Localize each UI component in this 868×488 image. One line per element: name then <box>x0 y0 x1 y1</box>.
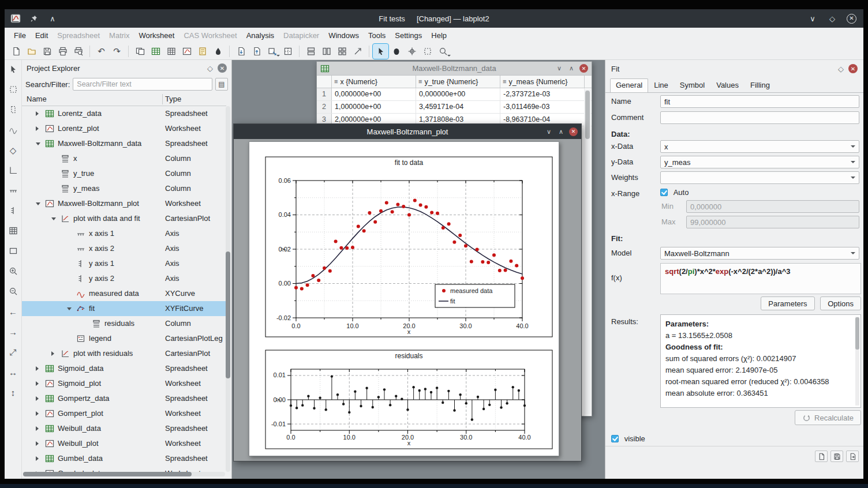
maximize-diamond-icon[interactable]: ◇ <box>827 13 837 24</box>
tab-general[interactable]: General <box>610 78 648 92</box>
tree-vertical-scrollbar[interactable] <box>226 106 230 472</box>
tree-item-x-axis-1[interactable]: x axis 1Axis <box>22 226 226 241</box>
expander-open-icon[interactable] <box>36 142 40 145</box>
undo-icon[interactable]: ↶ <box>93 44 109 59</box>
axis-y-tool-icon[interactable] <box>7 205 20 216</box>
zoom-select-x-icon[interactable] <box>7 104 20 115</box>
axis-tool-icon[interactable] <box>7 164 20 176</box>
filter-options-icon[interactable]: ▤ <box>215 78 228 91</box>
tree-item-legend[interactable]: legendCartesianPlotLegend <box>22 331 226 346</box>
spreadsheet-table[interactable]: ≡x {Numeric}≡y_true {Numeric}≡y_meas {Nu… <box>317 76 592 126</box>
redo-icon[interactable]: ↷ <box>109 44 125 59</box>
shape-tool-icon[interactable]: ◇ <box>7 144 20 156</box>
cell[interactable]: 0,000000e+00 <box>416 88 500 100</box>
menu-windows[interactable]: Windows <box>324 29 364 42</box>
auto-scale-x-tool-icon[interactable]: ↔ <box>7 366 20 378</box>
open-project-icon[interactable] <box>24 44 39 59</box>
zoom-mode-icon[interactable] <box>435 44 451 59</box>
tree-item-gompert-plot[interactable]: Gompert_plotWorksheet <box>22 406 226 421</box>
apply-template-icon[interactable] <box>846 451 859 462</box>
expander-closed-icon[interactable] <box>36 441 39 446</box>
worksheet-window[interactable]: Maxwell-Boltzmann_plot ∨ ∧ ✕ fit to data… <box>233 123 582 461</box>
menu-settings[interactable]: Settings <box>390 29 426 42</box>
print-preview-icon[interactable] <box>70 44 86 59</box>
visible-checkbox[interactable] <box>611 435 619 442</box>
menu-tools[interactable]: Tools <box>364 29 390 42</box>
tree-item-lorentz-plot[interactable]: Lorentz_plotWorksheet <box>22 121 226 136</box>
save-project-icon[interactable] <box>39 44 55 59</box>
expander-closed-icon[interactable] <box>36 366 39 371</box>
zoom-in-tool-icon[interactable] <box>7 265 20 277</box>
menu-analysis[interactable]: Analysis <box>242 29 279 42</box>
tree-item-gompertz-data[interactable]: Gompertz_dataSpreadsheet <box>22 391 226 406</box>
new-note-icon[interactable] <box>194 44 210 59</box>
grid-tool-icon[interactable] <box>7 225 20 237</box>
expander-closed-icon[interactable] <box>36 126 39 131</box>
tree-item-plot-with-data-and-fit[interactable]: plot with data and fitCartesianPlot <box>22 211 226 226</box>
new-project-icon[interactable] <box>8 44 24 59</box>
tree-item-gumbel-plot[interactable]: Gumbel_plotWorksheet <box>22 466 226 472</box>
tab-line[interactable]: Line <box>648 78 674 92</box>
grid-layout-icon[interactable] <box>334 44 350 59</box>
shift-left-tool-icon[interactable]: ← <box>7 306 20 317</box>
cell[interactable]: 0,000000e+00 <box>332 88 416 100</box>
tree-item-x-axis-2[interactable]: x axis 2Axis <box>22 241 226 256</box>
tree-item-y-true[interactable]: y_trueColumn <box>22 166 226 181</box>
window-shade-icon[interactable]: ∨ <box>555 65 563 72</box>
vertical-layout-icon[interactable] <box>303 44 319 59</box>
close-panel-icon[interactable]: ✕ <box>848 64 858 73</box>
column-header-y-true-numeric[interactable]: ≡y_true {Numeric} <box>416 76 500 88</box>
expander-open-icon[interactable] <box>67 307 72 310</box>
expander-closed-icon[interactable] <box>36 426 39 431</box>
name-field[interactable] <box>660 95 859 108</box>
expander-closed-icon[interactable] <box>36 411 39 416</box>
zoom-select-region-icon[interactable] <box>7 84 20 95</box>
xdata-combobox[interactable]: x <box>660 140 859 153</box>
tree-item-y-axis-2[interactable]: y axis 2Axis <box>22 271 226 286</box>
axis-x-tool-icon[interactable] <box>7 185 20 196</box>
tree-item-plot-with-residuals[interactable]: plot with residualsCartesianPlot <box>22 346 226 361</box>
window-shade-icon[interactable]: ∨ <box>545 128 553 136</box>
pin-icon[interactable] <box>29 13 39 24</box>
results-scrollbar[interactable] <box>855 317 859 406</box>
tree-item-lorentz-data[interactable]: Lorentz_dataSpreadsheet <box>22 106 226 121</box>
break-layout-icon[interactable] <box>350 44 365 59</box>
menu-edit[interactable]: Edit <box>31 29 53 42</box>
auto-checkbox[interactable] <box>660 189 668 196</box>
column-header-x-numeric[interactable]: ≡x {Numeric} <box>332 76 416 88</box>
tree-item-sigmoid-plot[interactable]: Sigmoid_plotWorksheet <box>22 376 226 391</box>
menu-file[interactable]: File <box>9 29 31 42</box>
load-template-icon[interactable] <box>815 451 828 462</box>
print-icon[interactable] <box>55 44 70 59</box>
options-button[interactable]: Options <box>820 296 861 310</box>
weights-combobox[interactable] <box>660 171 859 184</box>
tree-column-headers[interactable]: Name Type <box>22 92 226 106</box>
auto-scale-tool-icon[interactable]: ⤢ <box>7 346 20 358</box>
window-close-icon[interactable]: ✕ <box>579 64 588 73</box>
close-panel-icon[interactable]: ✕ <box>218 63 227 73</box>
window-restore-icon[interactable]: ∧ <box>567 65 575 72</box>
tree-item-maxwell-boltzmann-plot[interactable]: Maxwell-Boltzmann_plotWorksheet <box>22 196 226 211</box>
float-panel-icon[interactable]: ◇ <box>838 65 844 73</box>
expander-closed-icon[interactable] <box>36 381 39 386</box>
select-region-mode-icon[interactable] <box>420 44 435 59</box>
plot-area-tool-icon[interactable] <box>7 245 20 257</box>
tab-symbol[interactable]: Symbol <box>674 78 710 92</box>
worksheet-plots[interactable]: fit to data0.010.020.030.040.0-0.020.000… <box>249 142 560 457</box>
cell[interactable]: -3,011469e-03 <box>500 101 585 113</box>
expander-closed-icon[interactable] <box>51 351 54 356</box>
column-header-y-meas-numeric[interactable]: ≡y_meas {Numeric} <box>500 76 585 88</box>
pan-mode-icon[interactable] <box>388 44 404 59</box>
select-mode-icon[interactable] <box>373 44 388 59</box>
spreadsheet-window-titlebar[interactable]: Maxwell-Boltzmann_data ∨ ∧ ✕ <box>317 62 592 76</box>
expander-closed-icon[interactable] <box>36 456 39 461</box>
column-header-name[interactable]: Name <box>27 95 47 103</box>
tree-item-x[interactable]: xColumn <box>22 151 226 166</box>
new-datapicker-icon[interactable] <box>210 44 226 59</box>
new-workbook-icon[interactable] <box>132 44 148 59</box>
shift-right-tool-icon[interactable]: → <box>7 326 20 337</box>
shade-up-icon[interactable]: ∧ <box>47 13 58 24</box>
parameters-button[interactable]: Parameters <box>761 296 814 310</box>
results-box[interactable]: Parameters:a = 13.1565±2.0508Goodness of… <box>660 314 861 408</box>
recalculate-button[interactable]: Recalculate <box>795 410 861 425</box>
